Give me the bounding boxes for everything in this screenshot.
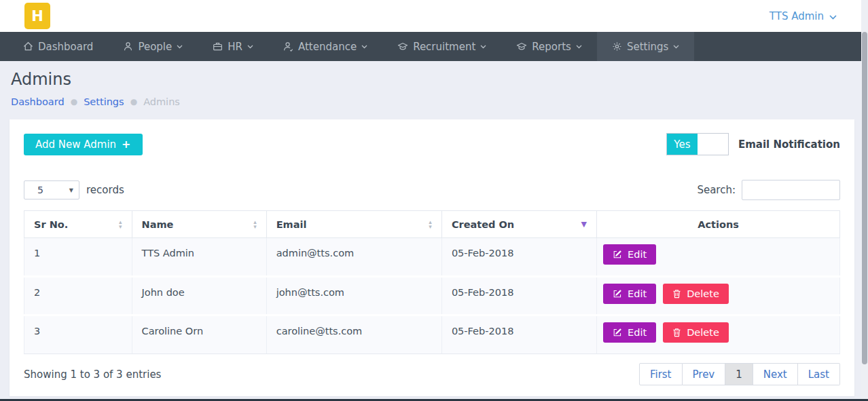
edit-button[interactable]: Edit: [603, 322, 656, 343]
column-header-actions: Actions: [597, 211, 840, 238]
column-header-email[interactable]: Email ▴▾: [266, 211, 441, 238]
chevron-down-icon: [480, 45, 486, 49]
nav-item-dashboard[interactable]: Dashboard: [8, 32, 108, 61]
plus-icon: +: [122, 138, 130, 151]
edit-button[interactable]: Edit: [603, 284, 656, 304]
sort-icon: ▴▾: [119, 220, 122, 229]
scrollbar-thumb[interactable]: [862, 32, 867, 364]
chevron-down-icon: [829, 10, 837, 22]
table-row: 1TTS Adminadmin@tts.com05-Feb-2018Edit: [24, 238, 840, 277]
nav-label: Dashboard: [38, 41, 93, 53]
scrollbar-track[interactable]: [861, 0, 868, 399]
pagination-last-button[interactable]: Last: [798, 363, 840, 385]
nav-item-attendance[interactable]: Attendance: [268, 32, 382, 61]
column-label: Email: [276, 219, 307, 230]
search-label: Search:: [697, 184, 736, 196]
nav-item-reports[interactable]: Reports: [501, 32, 597, 61]
page-header: Admins Dashboard ● Settings ● Admins: [0, 61, 868, 119]
admins-card: Add New Admin + Yes Email Notification 5…: [10, 119, 854, 396]
nav-label: Reports: [532, 41, 571, 53]
edit-button[interactable]: Edit: [603, 244, 656, 265]
nav-item-people[interactable]: People: [108, 32, 198, 61]
cell-actions: EditDelete: [597, 316, 840, 354]
cell-sr-no: 2: [24, 277, 132, 316]
breadcrumb-separator: ●: [71, 97, 77, 107]
add-new-admin-button[interactable]: Add New Admin +: [24, 134, 143, 155]
sort-icon: ▴▾: [429, 220, 432, 229]
cell-name: John doe: [132, 277, 266, 316]
sort-icon: ▴▾: [253, 220, 257, 229]
breadcrumb-settings[interactable]: Settings: [84, 96, 124, 107]
cell-sr-no: 3: [24, 316, 132, 354]
records-per-page-select[interactable]: 5 ▼: [24, 180, 79, 199]
cell-name: Caroline Orn: [132, 316, 266, 354]
topbar: H TTS Admin: [0, 0, 868, 32]
nav-item-settings[interactable]: Settings: [597, 32, 695, 61]
breadcrumb-current: Admins: [143, 96, 180, 107]
nav-label: People: [138, 41, 172, 53]
trash-icon: [672, 289, 681, 299]
cell-email: caroline@tts.com: [266, 316, 441, 354]
email-notification-label: Email Notification: [738, 138, 840, 151]
person-icon: [283, 41, 293, 52]
breadcrumb-dashboard[interactable]: Dashboard: [11, 96, 65, 107]
app-logo[interactable]: H: [24, 3, 50, 29]
table-row: 3Caroline Orncaroline@tts.com05-Feb-2018…: [24, 316, 840, 354]
column-header-name[interactable]: Name ▴▾: [132, 211, 266, 238]
graduation-cap-icon: [516, 41, 527, 52]
cell-actions: EditDelete: [597, 277, 840, 316]
delete-button[interactable]: Delete: [663, 322, 729, 343]
edit-icon: [613, 328, 622, 337]
search-input[interactable]: [742, 180, 840, 200]
admins-table: Sr No. ▴▾ Name ▴▾ Email ▴▾ Created On ▼ …: [24, 210, 840, 354]
pagination-first-button[interactable]: First: [639, 363, 683, 385]
sort-desc-icon: ▼: [581, 220, 587, 229]
chevron-down-icon: [177, 45, 183, 49]
gear-icon: [612, 41, 622, 52]
page-title: Admins: [11, 70, 857, 89]
edit-button-label: Edit: [628, 327, 647, 338]
nav-label: Attendance: [298, 41, 357, 53]
breadcrumb-separator: ●: [130, 97, 137, 107]
user-menu-label: TTS Admin: [770, 10, 824, 22]
pagination-next-button[interactable]: Next: [753, 363, 798, 385]
column-label: Name: [142, 219, 174, 230]
cell-email: admin@tts.com: [266, 238, 441, 277]
nav-label: Recruitment: [413, 41, 475, 53]
select-arrow-icon: ▼: [69, 187, 73, 193]
column-header-sr-no[interactable]: Sr No. ▴▾: [24, 211, 132, 238]
records-label: records: [86, 184, 124, 196]
graduation-cap-icon: [397, 41, 408, 52]
cell-actions: Edit: [597, 238, 840, 277]
briefcase-icon: [213, 41, 223, 52]
edit-button-label: Edit: [628, 288, 647, 299]
showing-entries-text: Showing 1 to 3 of 3 entries: [24, 368, 161, 381]
email-notification-toggle[interactable]: Yes: [666, 133, 729, 155]
pagination-page-1-button[interactable]: 1: [725, 363, 753, 385]
delete-button-label: Delete: [687, 288, 719, 299]
pagination-prev-button[interactable]: Prev: [683, 363, 726, 385]
nav-item-hr[interactable]: HR: [198, 32, 268, 61]
nav-item-recruitment[interactable]: Recruitment: [382, 32, 501, 61]
chevron-down-icon: [576, 45, 582, 49]
column-label: Sr No.: [34, 219, 68, 230]
column-label: Actions: [698, 219, 739, 230]
home-icon: [23, 41, 33, 52]
user-menu[interactable]: TTS Admin: [770, 10, 837, 22]
chevron-down-icon: [247, 45, 253, 49]
column-header-created-on[interactable]: Created On ▼: [441, 211, 596, 238]
edit-button-label: Edit: [628, 249, 647, 260]
chevron-down-icon: [673, 45, 679, 49]
add-new-admin-label: Add New Admin: [35, 138, 116, 151]
edit-icon: [613, 250, 622, 259]
table-row: 2John doejohn@tts.com05-Feb-2018EditDele…: [24, 277, 840, 316]
nav-label: Settings: [627, 41, 669, 53]
pagination: First Prev 1 Next Last: [639, 363, 840, 385]
nav-label: HR: [228, 41, 242, 53]
edit-icon: [613, 289, 622, 299]
trash-icon: [672, 328, 681, 337]
chevron-down-icon: [361, 45, 367, 49]
toggle-knob: [698, 134, 728, 155]
person-icon: [123, 41, 133, 52]
delete-button[interactable]: Delete: [663, 284, 729, 304]
